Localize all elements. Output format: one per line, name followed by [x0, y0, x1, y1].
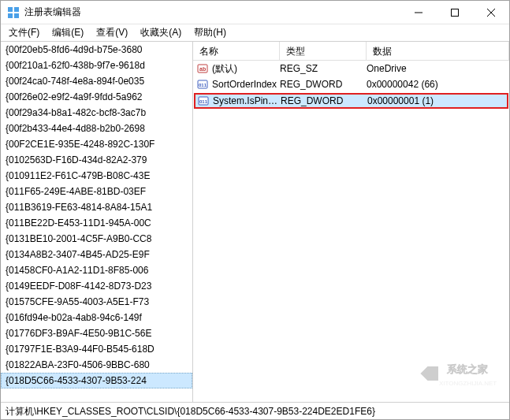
maximize-button[interactable] — [437, 1, 473, 24]
statusbar: 计算机\HKEY_CLASSES_ROOT\CLSID\{018D5C66-45… — [1, 402, 509, 419]
tree-item[interactable]: {00f2b433-44e4-4d88-b2b0-2698 — [1, 121, 192, 136]
tree-item[interactable]: {016fd94e-b02a-4ab8-94c6-149f — [1, 310, 192, 325]
list-row[interactable]: 011SortOrderIndexREG_DWORD0x00000042 (66… — [193, 76, 509, 92]
row-name: (默认) — [212, 62, 280, 76]
list-row[interactable]: 011System.IsPinne...REG_DWORD0x00000001 … — [194, 93, 508, 109]
tree-item[interactable]: {018D5C66-4533-4307-9B53-224 — [1, 373, 192, 388]
tree-item[interactable]: {010911E2-F61C-479B-B08C-43E — [1, 168, 192, 184]
menu-view[interactable]: 查看(V) — [90, 24, 134, 41]
column-header-type[interactable]: 类型 — [280, 42, 367, 60]
svg-rect-3 — [14, 13, 19, 18]
tree-item[interactable]: {01575CFE-9A55-4003-A5E1-F73 — [1, 294, 192, 310]
svg-rect-2 — [8, 13, 13, 18]
tree-item[interactable]: {00f24ca0-748f-4e8a-894f-0e035 — [1, 73, 192, 89]
tree-item[interactable]: {01776DF3-B9AF-4E50-9B1C-56E — [1, 325, 192, 341]
string-value-icon: ab — [196, 62, 209, 75]
window-controls — [400, 1, 509, 24]
tree-item[interactable]: {011B3619-FE63-4814-8A84-15A1 — [1, 199, 192, 215]
titlebar[interactable]: 注册表编辑器 — [1, 1, 509, 24]
svg-rect-1 — [14, 7, 19, 12]
binary-value-icon: 011 — [197, 95, 210, 107]
tree-pane[interactable]: {00f20eb5-8fd6-4d9d-b75e-3680{00f210a1-6… — [1, 42, 193, 402]
tree-item[interactable]: {0134A8B2-3407-4B45-AD25-E9F — [1, 247, 192, 262]
statusbar-path: 计算机\HKEY_CLASSES_ROOT\CLSID\{018D5C66-45… — [6, 406, 375, 417]
svg-text:011: 011 — [199, 99, 208, 104]
tree-item[interactable]: {011F65-249E-4ABE-81BD-03EF — [1, 184, 192, 199]
row-data: 0x00000042 (66) — [367, 79, 509, 90]
row-type: REG_DWORD — [281, 95, 367, 106]
menu-file[interactable]: 文件(F) — [2, 24, 46, 41]
svg-rect-0 — [8, 7, 13, 12]
tree-item[interactable]: {00f20eb5-8fd6-4d9d-b75e-3680 — [1, 42, 192, 58]
close-button[interactable] — [473, 1, 509, 24]
binary-value-icon: 011 — [196, 78, 209, 91]
tree-item[interactable]: {00f29a34-b8a1-482c-bcf8-3ac7b — [1, 105, 192, 121]
tree-item[interactable]: {01797F1E-B3A9-44F0-B545-618D — [1, 341, 192, 357]
tree-item[interactable]: {0102563D-F16D-434d-82A2-379 — [1, 152, 192, 168]
app-icon — [7, 6, 20, 19]
svg-rect-5 — [452, 9, 459, 16]
list-pane: 名称 类型 数据 ab(默认)REG_SZOneDrive011SortOrde… — [193, 42, 509, 402]
tree-item[interactable]: {01822ABA-23F0-4506-9BBC-680 — [1, 357, 192, 373]
column-header-data[interactable]: 数据 — [367, 42, 509, 60]
row-type: REG_SZ — [280, 63, 367, 74]
tree-item[interactable]: {011BE22D-E453-11D1-945A-00C — [1, 215, 192, 231]
minimize-button[interactable] — [400, 1, 437, 24]
menubar: 文件(F) 编辑(E) 查看(V) 收藏夹(A) 帮助(H) — [1, 24, 509, 42]
tree-item[interactable]: {00f26e02-e9f2-4a9f-9fdd-5a962 — [1, 89, 192, 105]
list-body[interactable]: ab(默认)REG_SZOneDrive011SortOrderIndexREG… — [193, 61, 509, 402]
column-header-name[interactable]: 名称 — [193, 42, 280, 60]
row-name: System.IsPinne... — [213, 95, 281, 106]
row-name: SortOrderIndex — [212, 79, 280, 90]
menu-help[interactable]: 帮助(H) — [188, 24, 233, 41]
window-title: 注册表编辑器 — [24, 6, 400, 19]
svg-text:ab: ab — [199, 66, 206, 72]
menu-edit[interactable]: 编辑(E) — [46, 24, 90, 41]
list-row[interactable]: ab(默认)REG_SZOneDrive — [193, 61, 509, 76]
svg-text:011: 011 — [199, 83, 207, 87]
menu-favorites[interactable]: 收藏夹(A) — [134, 24, 188, 41]
content-area: {00f20eb5-8fd6-4d9d-b75e-3680{00f210a1-6… — [1, 42, 509, 402]
row-data: 0x00000001 (1) — [367, 95, 507, 106]
tree-item[interactable]: {00f210a1-62f0-438b-9f7e-9618d — [1, 58, 192, 73]
list-header: 名称 类型 数据 — [193, 42, 509, 61]
tree-item[interactable]: {0149EEDF-D08F-4142-8D73-D23 — [1, 278, 192, 294]
tree-item[interactable]: {00F2CE1E-935E-4248-892C-130F — [1, 136, 192, 152]
registry-editor-window: 注册表编辑器 文件(F) 编辑(E) 查看(V) 收藏夹(A) 帮助(H) {0… — [0, 0, 510, 420]
tree-item[interactable]: {01458CF0-A1A2-11D1-8F85-006 — [1, 262, 192, 278]
row-data: OneDrive — [367, 63, 509, 74]
tree-item[interactable]: {0131BE10-2001-4C5F-A9B0-CC8 — [1, 231, 192, 247]
row-type: REG_DWORD — [280, 79, 367, 90]
